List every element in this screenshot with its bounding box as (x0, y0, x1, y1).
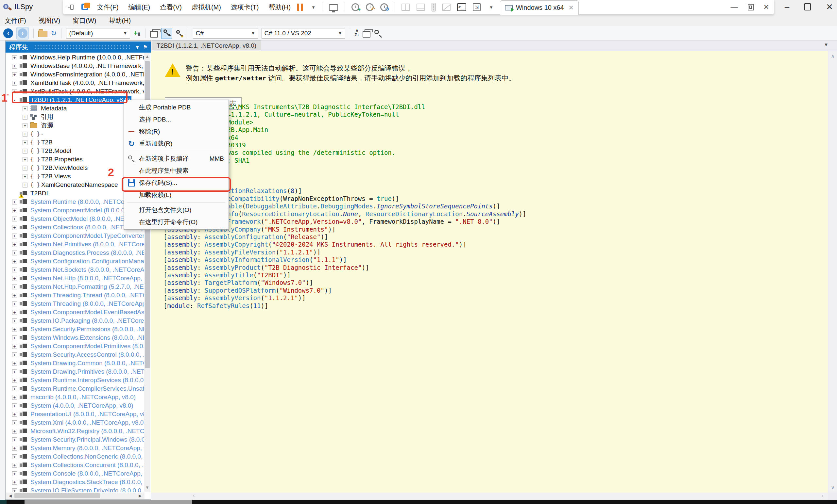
tree-item[interactable]: +System.ComponentModel.EventBasedAsy (5, 308, 144, 317)
tree-item[interactable]: +System.Threading (8.0.0.0, .NETCoreApp, (5, 300, 144, 308)
unity-mode-icon[interactable] (442, 4, 450, 11)
pause-dropdown-icon[interactable]: ▼ (311, 5, 316, 10)
expand-icon[interactable]: + (12, 387, 17, 391)
show-library-icon[interactable] (402, 4, 410, 11)
fit-dropdown-icon[interactable]: ▼ (489, 5, 493, 10)
context-menu-item[interactable]: 移除(R) (124, 126, 229, 137)
code-scroll-left-icon[interactable]: ‹ (193, 492, 195, 499)
context-menu-item[interactable]: 在这里打开命令行(O) (124, 216, 229, 228)
tree-horizontal-scrollbar[interactable]: ◄ ► (6, 492, 144, 499)
close-button[interactable]: ✕ (826, 2, 833, 12)
expand-icon[interactable]: + (22, 123, 28, 128)
tree-item[interactable]: +System.Threading.Thread (8.0.0.0, .NETC… (5, 291, 144, 300)
expand-icon[interactable]: + (12, 369, 17, 374)
fit-guest-icon[interactable]: ⇲ (473, 3, 481, 11)
vm-menu-item[interactable]: 虚拟机(M) (192, 3, 221, 12)
language-version-dropdown[interactable]: C# 11.0 / VS 202▼ (262, 28, 345, 39)
expand-icon[interactable]: + (22, 132, 28, 136)
tree-item[interactable]: +System.Security.AccessControl (8.0.0.0,… (5, 351, 144, 359)
pin-toolbar-icon[interactable] (68, 4, 75, 11)
menu-item[interactable]: 视图(V) (39, 16, 60, 25)
tree-item[interactable]: +System.IO.FileSystem.DriveInfo (8.0.0.0… (5, 486, 144, 492)
menu-item[interactable]: 文件(F) (4, 16, 26, 25)
assemblies-panel-header[interactable]: 程序集 ▼ ⚑ (5, 41, 151, 53)
expand-icon[interactable]: + (12, 352, 17, 357)
expand-icon[interactable]: + (12, 276, 17, 281)
restore-button[interactable] (804, 3, 811, 11)
sort-assemblies-icon[interactable]: AZ↓ (355, 30, 359, 37)
open-file-icon[interactable] (38, 31, 48, 37)
expand-icon[interactable]: + (22, 166, 28, 170)
tree-hscroll-thumb[interactable] (14, 493, 100, 498)
tree-item[interactable]: +System.Memory (8.0.0.0, .NETCoreApp, v8 (5, 444, 144, 452)
vm-tab-close-icon[interactable]: ✕ (569, 4, 574, 12)
expand-icon[interactable]: + (22, 149, 28, 153)
tree-item[interactable]: +System.Collections.NonGeneric (8.0.0.0,… (5, 452, 144, 461)
expand-icon[interactable]: + (12, 446, 17, 451)
code-scroll-down-icon[interactable]: ∨ (829, 484, 837, 491)
expand-icon[interactable]: + (12, 55, 17, 60)
vm-minimize-button[interactable]: — (731, 3, 738, 12)
search-icon[interactable] (374, 29, 382, 38)
show-thumbnail-bar-icon[interactable] (416, 4, 425, 11)
tree-item[interactable]: +Microsoft.Win32.Registry (8.0.0.0, .NET… (5, 427, 144, 435)
expand-icon[interactable]: + (12, 480, 17, 485)
expand-icon[interactable]: + (12, 437, 17, 442)
expand-icon[interactable]: + (12, 310, 17, 315)
vm-menu-item[interactable]: 帮助(H) (268, 3, 291, 12)
document-tab[interactable]: T2BDI (1.1.2.1, .NETCoreApp, v8.0) (152, 40, 261, 50)
context-menu-item[interactable]: 打开包含文件夹(O) (124, 204, 229, 216)
revert-snapshot-icon[interactable]: ↶ (366, 3, 374, 11)
expand-icon[interactable]: + (12, 429, 17, 434)
expand-icon[interactable]: + (22, 174, 28, 179)
expand-icon[interactable]: + (12, 395, 17, 400)
pause-vm-button[interactable] (297, 4, 303, 11)
vm-menu-item[interactable]: 选项卡(T) (231, 3, 259, 12)
collapse-icon[interactable]: - (12, 98, 17, 102)
vm-maximize-button[interactable] (748, 4, 754, 11)
tree-item[interactable]: +System.Drawing.Common (8.0.0.0, .NETC (5, 359, 144, 368)
expand-icon[interactable]: + (12, 335, 17, 340)
tree-item[interactable]: +System.Diagnostics.Process (8.0.0.0, .N… (5, 248, 144, 257)
panel-menu-icon[interactable]: ▼ (135, 44, 140, 50)
tree-item[interactable]: +System.ComponentModel.Primitives (8.0. (5, 342, 144, 351)
tree-item[interactable]: +XamlBuildTask (4.0.0.0, .NETFramework, … (5, 79, 144, 87)
expand-icon[interactable]: + (12, 404, 17, 408)
expand-icon[interactable]: + (12, 267, 17, 273)
expand-icon[interactable]: + (22, 140, 28, 145)
show-internal-api-toggle[interactable] (161, 28, 172, 39)
expand-icon[interactable]: + (12, 250, 17, 256)
tree-item[interactable]: +System (4.0.0.0, .NETCoreApp, v8.0) (5, 402, 144, 410)
expand-icon[interactable]: + (12, 259, 17, 264)
tree-item[interactable]: +System.IO.Packaging (8.0.0.0, .NETCoreA… (5, 317, 144, 325)
tree-item[interactable]: +System.Drawing.Primitives (8.0.0.0, .NE… (5, 368, 144, 376)
forward-button[interactable]: › (16, 27, 29, 39)
tree-item[interactable]: +System.Net.Http.Formatting (5.2.7.0, .N… (5, 282, 144, 291)
expand-icon[interactable]: + (22, 157, 28, 162)
tree-item[interactable]: +WindowsFormsIntegration (4.0.0.0, .NETF (5, 70, 144, 79)
context-menu-item[interactable]: 保存代码(S)... (124, 177, 229, 189)
vm-close-button[interactable]: ✕ (763, 3, 769, 12)
context-menu-item[interactable]: 在新选项卡反编译MMB (124, 152, 229, 165)
expand-icon[interactable]: + (12, 378, 17, 383)
tree-item[interactable]: +System.Windows.Extensions (8.0.0.0, .NE… (5, 334, 144, 342)
expand-icon[interactable]: + (22, 115, 28, 119)
tab-list-icon[interactable]: ▼ (824, 42, 829, 48)
expand-icon[interactable]: + (12, 361, 17, 366)
language-dropdown[interactable]: C#▼ (193, 28, 258, 39)
expand-icon[interactable]: + (12, 81, 17, 86)
vm-menu-item[interactable]: 编辑(E) (128, 3, 150, 12)
expand-icon[interactable]: + (12, 208, 17, 213)
back-button[interactable]: ‹ (3, 29, 13, 38)
tree-item[interactable]: +PresentationUI (8.0.0.0, .NETCoreApp, v… (5, 410, 144, 418)
tree-item[interactable]: +System.Xml (4.0.0.0, .NETCoreApp, v8.0) (5, 418, 144, 427)
tree-item[interactable]: +System.Runtime.CompilerServices.Unsafe (5, 385, 144, 393)
minimize-button[interactable]: – (785, 2, 789, 12)
refresh-icon[interactable]: ↻ (51, 29, 57, 38)
tree-item[interactable]: +System.Security.Principal.Windows (8.0.… (5, 435, 144, 444)
take-snapshot-icon[interactable]: + (352, 3, 359, 11)
expand-icon[interactable]: + (12, 344, 17, 349)
tree-item[interactable]: +System.Net.Sockets (8.0.0.0, .NETCoreAp… (5, 265, 144, 274)
scroll-right-icon[interactable]: ► (138, 493, 143, 499)
vm-menu-item[interactable]: 文件(F) (97, 3, 119, 12)
